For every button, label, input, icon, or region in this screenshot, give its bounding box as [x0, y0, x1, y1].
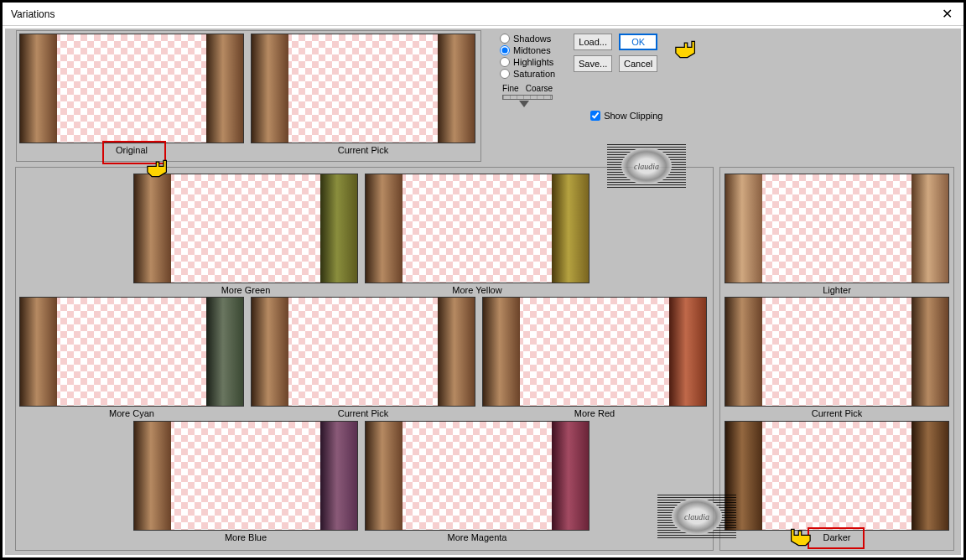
label-more-red: More Red	[482, 408, 707, 418]
thumb-darker[interactable]: Darker	[724, 421, 949, 542]
window-title: Variations	[11, 8, 55, 20]
label-current-pick-top: Current Pick	[251, 145, 475, 155]
label-more-magenta: More Magenta	[365, 532, 589, 542]
label-lighter: Lighter	[724, 285, 949, 295]
watermark: claudia	[607, 144, 686, 188]
pointer-icon	[788, 526, 812, 548]
cancel-button[interactable]: Cancel	[619, 55, 657, 72]
close-button[interactable]: ✕	[935, 6, 958, 22]
thumb-more-magenta[interactable]: More Magenta	[365, 421, 589, 542]
thumb-more-green[interactable]: More Green	[133, 174, 358, 295]
ok-button[interactable]: OK	[619, 34, 657, 50]
tone-radio-group: Shadows Midtones Highlights Saturation	[500, 34, 555, 79]
workspace: Original Current Pick Shadows Midtones H…	[5, 29, 961, 555]
load-button[interactable]: Load...	[574, 34, 612, 50]
thumb-more-cyan[interactable]: More Cyan	[19, 297, 244, 418]
radio-saturation[interactable]: Saturation	[500, 69, 555, 79]
thumb-more-red[interactable]: More Red	[482, 297, 707, 418]
radio-shadows[interactable]: Shadows	[500, 34, 555, 44]
radio-highlights[interactable]: Highlights	[500, 57, 555, 67]
show-clipping-checkbox[interactable]: Show Clipping	[590, 111, 662, 121]
radio-slider-col: Shadows Midtones Highlights Saturation F…	[500, 34, 555, 100]
label-current-pick-mid: Current Pick	[251, 408, 475, 418]
thumb-current-pick-top[interactable]: Current Pick	[251, 34, 475, 155]
radio-midtones[interactable]: Midtones	[500, 45, 555, 55]
thumb-original[interactable]: Original	[19, 34, 244, 155]
thumb-more-yellow[interactable]: More Yellow	[365, 174, 589, 295]
label-more-blue: More Blue	[133, 532, 358, 542]
thumb-current-pick-right[interactable]: Current Pick	[724, 297, 949, 418]
watermark: claudia	[657, 495, 736, 538]
slider-thumb-icon[interactable]	[519, 101, 529, 107]
label-more-cyan: More Cyan	[19, 408, 244, 418]
label-more-green: More Green	[133, 285, 358, 295]
thumb-current-pick-mid[interactable]: Current Pick	[251, 297, 475, 418]
controls-area: Shadows Midtones Highlights Saturation F…	[500, 34, 662, 121]
titlebar: Variations ✕	[3, 3, 963, 26]
label-current-pick-right: Current Pick	[724, 408, 949, 418]
pointer-icon	[674, 39, 698, 60]
thumb-more-blue[interactable]: More Blue	[133, 421, 358, 542]
save-button[interactable]: Save...	[574, 55, 612, 72]
label-darker: Darker	[724, 532, 949, 542]
label-more-yellow: More Yellow	[365, 285, 589, 295]
button-column: Load... OK Save... Cancel Show Clipping	[574, 34, 662, 121]
variations-dialog: Variations ✕ Original Current Pick Shado…	[0, 0, 966, 560]
label-original: Original	[19, 145, 244, 155]
thumb-lighter[interactable]: Lighter	[724, 174, 949, 295]
fine-coarse-slider[interactable]: FineCoarse	[500, 84, 555, 100]
pointer-icon	[146, 158, 169, 179]
